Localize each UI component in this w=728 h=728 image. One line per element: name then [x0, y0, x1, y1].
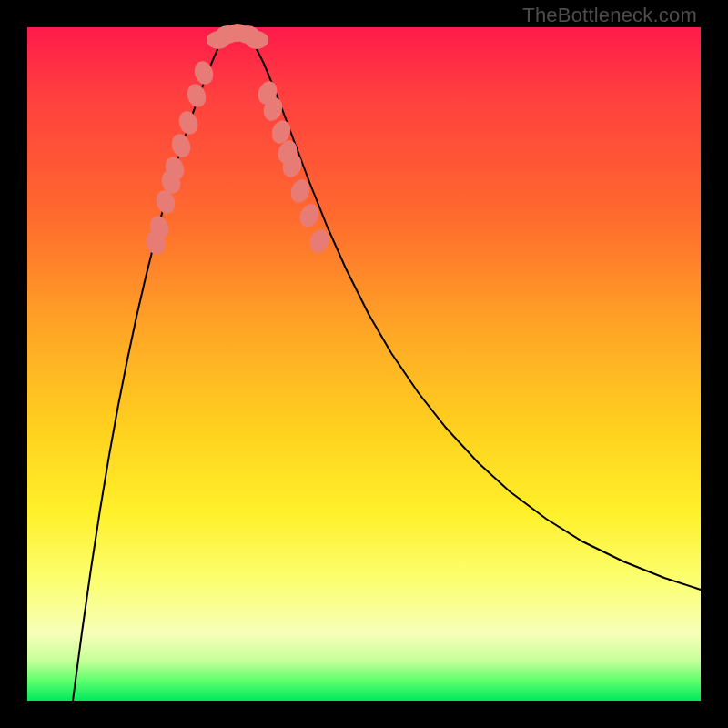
bead-group — [143, 24, 331, 257]
chart-overlay — [27, 27, 701, 701]
bead — [176, 109, 200, 137]
curve-left-branch — [73, 38, 223, 701]
watermark-text: TheBottleneck.com — [522, 4, 697, 27]
bead — [184, 82, 208, 110]
curve-right-branch — [250, 38, 701, 590]
bead — [307, 227, 332, 255]
bead — [168, 132, 193, 160]
chart-frame: TheBottleneck.com — [0, 0, 728, 728]
bead — [245, 31, 268, 49]
